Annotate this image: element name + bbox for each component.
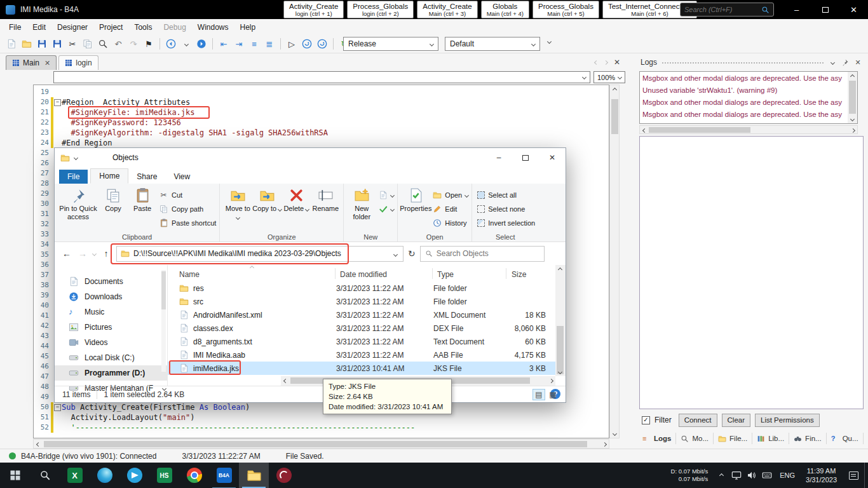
quick-access-toolbar-chevron-icon[interactable] — [74, 155, 78, 159]
module-shortcut-tab[interactable]: Globals Main (ctrl + 4) — [481, 1, 529, 18]
logs-bottom-tab[interactable]: ≡ ? Lib... — [752, 433, 789, 444]
editor-tab[interactable]: login ✕ — [58, 55, 98, 70]
sidebar-item[interactable]: ♪ Music — [55, 304, 167, 320]
taskbar-app-button[interactable] — [30, 463, 60, 488]
ribbon-tab[interactable]: Share — [128, 170, 165, 184]
logs-bottom-tab[interactable]: ≡ ? File... — [714, 433, 752, 444]
module-shortcut-tab[interactable]: Activity_Create login (ctrl + 1) — [283, 1, 344, 18]
menu-item[interactable]: Designer — [51, 23, 93, 32]
pin-icon[interactable] — [841, 58, 849, 66]
refresh-icon[interactable]: ↻ — [408, 248, 416, 259]
copy-button[interactable]: Copy — [98, 186, 128, 231]
menu-item[interactable]: Tools — [128, 23, 158, 32]
select-none-button[interactable]: Select none — [477, 203, 535, 215]
sidebar-item[interactable]: ♪ Programmer (D:) — [55, 365, 167, 381]
up-button[interactable]: ↑ — [100, 248, 112, 259]
ribbon-tab[interactable]: View — [165, 170, 198, 184]
menu-item[interactable]: Edit — [27, 23, 51, 32]
cut-button[interactable]: ✂ — [65, 37, 79, 51]
keyboard-icon[interactable] — [759, 463, 775, 488]
layout-variant-combo[interactable]: Default — [445, 37, 540, 51]
file-row[interactable]: src 3/31/2023 11:22 AM File folder — [168, 295, 555, 308]
build-configuration-combo[interactable]: Release — [343, 37, 438, 51]
explorer-minimize-button[interactable]: – — [485, 148, 512, 167]
paste-button[interactable]: Paste — [128, 186, 157, 231]
undo-button[interactable]: ↶ — [111, 37, 125, 51]
zoom-select[interactable]: 100% — [593, 71, 625, 83]
open-button[interactable]: Open — [432, 189, 468, 201]
close-panel-icon[interactable]: ✕ — [853, 58, 862, 67]
navigate-back-button[interactable] — [164, 37, 178, 51]
editor-vertical-scrollbar[interactable] — [609, 85, 620, 438]
paste-shortcut-button[interactable]: Paste shortcut — [159, 217, 216, 229]
menu-item[interactable]: Help — [234, 23, 262, 32]
taskbar-app-button[interactable] — [179, 463, 209, 488]
copy-path-button[interactable]: Copy path — [159, 203, 216, 215]
scroll-tabs-left-icon[interactable] — [594, 60, 599, 64]
file-row[interactable]: IMI Medika.aab 3/31/2023 11:22 AM AAB Fi… — [168, 348, 555, 362]
delete-button[interactable]: Delete — [281, 186, 311, 231]
move-to-button[interactable]: Move to — [223, 186, 252, 231]
network-icon[interactable] — [729, 463, 744, 488]
find-button[interactable] — [96, 37, 110, 51]
easy-access-button[interactable] — [378, 203, 394, 215]
edit-button[interactable]: Edit — [432, 203, 468, 215]
column-header-modified[interactable]: Date modified — [340, 270, 387, 279]
file-row[interactable]: res 3/31/2023 11:22 AM File folder — [168, 281, 555, 295]
comment-button[interactable]: ≡ — [247, 37, 261, 51]
explorer-titlebar[interactable]: Objects – ✕ — [55, 148, 566, 167]
sidebar-item[interactable]: ♪ Downloads — [55, 289, 167, 304]
taskbar-app-button[interactable] — [239, 463, 269, 488]
new-file-button[interactable] — [4, 37, 18, 51]
copy-button[interactable] — [81, 37, 95, 51]
logs-action-button[interactable]: Clear — [722, 414, 750, 427]
taskbar-app-button[interactable] — [0, 463, 30, 488]
taskbar-app-button[interactable]: X — [60, 463, 90, 488]
run-button[interactable]: ▷ — [285, 37, 299, 51]
log-horizontal-scrollbar[interactable] — [639, 125, 858, 134]
chevron-down-icon[interactable] — [828, 58, 837, 67]
menu-item[interactable]: Debug — [158, 23, 191, 32]
log-vertical-scrollbar[interactable] — [848, 72, 857, 123]
close-button[interactable]: ✕ — [839, 0, 868, 19]
open-project-button[interactable] — [20, 37, 34, 51]
uncomment-button[interactable]: ≣ — [262, 37, 276, 51]
ribbon-tab[interactable]: File — [59, 170, 88, 184]
logs-action-button[interactable]: List Permissions — [755, 414, 820, 427]
logs-action-button[interactable]: Connect — [679, 414, 717, 427]
sidebar-item[interactable]: ♪ Documents — [55, 274, 167, 289]
file-row[interactable]: classes.dex 3/31/2023 11:22 AM DEX File … — [168, 322, 555, 335]
filter-checkbox[interactable]: ✓ — [642, 416, 650, 424]
menu-item[interactable]: File — [3, 23, 27, 32]
sidebar-item[interactable]: ♪ Pictures — [55, 320, 167, 335]
close-document-icon[interactable]: ✕ — [614, 58, 620, 67]
column-header-type[interactable]: Type — [437, 270, 454, 279]
log-list[interactable]: Msgbox and other modal dialogs are depre… — [639, 71, 858, 124]
cut-button[interactable]: ✂ Cut — [159, 189, 216, 201]
scroll-tabs-right-icon[interactable] — [604, 60, 608, 64]
file-row[interactable]: imiMedika.jks 3/31/2023 10:41 AM JKS Fil… — [168, 362, 555, 375]
select-all-button[interactable]: Select all — [477, 189, 535, 201]
recent-locations-icon[interactable] — [92, 251, 97, 255]
logs-panel-header[interactable]: Logs ✕ — [638, 56, 865, 69]
ribbon-tab[interactable]: Home — [90, 168, 128, 184]
logs-bottom-tab[interactable]: ≡ ? Mo... — [676, 433, 714, 444]
ide-search-box[interactable] — [680, 3, 774, 17]
code-navigator-combo[interactable] — [53, 71, 590, 83]
language-indicator[interactable]: ENG — [775, 471, 800, 479]
new-item-button[interactable] — [378, 189, 394, 201]
column-header-size[interactable]: Size — [512, 270, 526, 279]
navigate-forward-button[interactable] — [194, 37, 208, 51]
outdent-button[interactable]: ⇤ — [217, 37, 231, 51]
back-button[interactable]: ← — [61, 248, 72, 259]
taskbar-app-button[interactable] — [90, 463, 119, 488]
taskbar-app-button[interactable]: B4A — [209, 463, 239, 488]
menu-item[interactable]: Project — [93, 23, 128, 32]
file-list-vertical-scrollbar[interactable] — [555, 265, 566, 376]
bookmark-button[interactable]: ⚑ — [142, 37, 156, 51]
redo-button[interactable]: ↷ — [126, 37, 140, 51]
clock[interactable]: 11:39 AM 3/31/2023 — [800, 466, 843, 485]
taskbar-app-button[interactable] — [119, 463, 149, 488]
taskbar-app-button[interactable] — [269, 463, 299, 488]
minimize-button[interactable]: – — [782, 0, 811, 19]
